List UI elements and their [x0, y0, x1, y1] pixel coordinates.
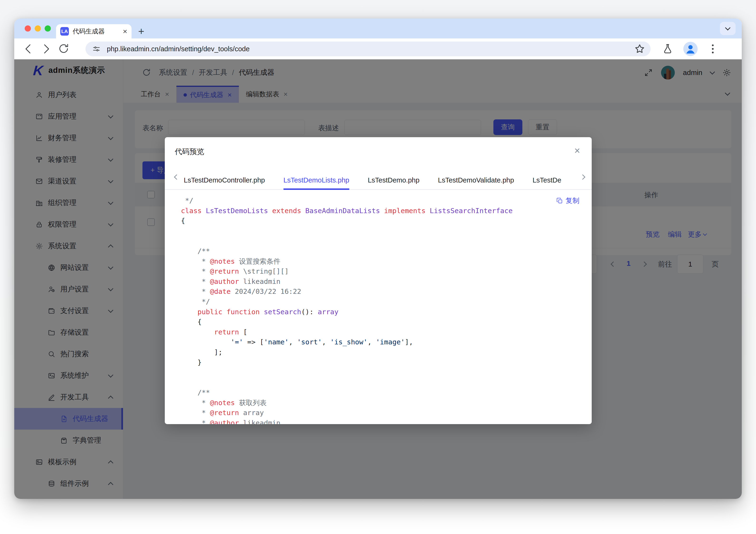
file-tab[interactable]: LsTestDemoLists.php: [284, 176, 349, 190]
site-favicon: LA: [60, 27, 69, 36]
code-line: public function setSearch(): array: [181, 307, 592, 317]
back-button[interactable]: [22, 43, 35, 55]
code-line: {: [181, 317, 592, 327]
app-viewport: K admin系统演示 用户列表应用管理财务管理装修管理渠道设置组织管理权限管理…: [14, 59, 742, 499]
code-line: }: [181, 358, 592, 368]
browser-toolbar: php.likeadmin.cn/admin/setting/dev_tools…: [14, 39, 742, 60]
code-line: class LsTestDemoLists extends BaseAdminD…: [181, 206, 592, 216]
code-line: * @notes 设置搜索条件: [181, 256, 592, 267]
code-line: * @return \string[][]: [181, 266, 592, 277]
code-line: * @author likeadmin: [181, 418, 592, 424]
forward-button[interactable]: [40, 43, 52, 55]
dialog-close-icon[interactable]: ×: [573, 146, 582, 155]
file-tab[interactable]: LsTestDe: [532, 176, 561, 190]
code-line: return [: [181, 327, 592, 337]
desktop: LA 代码生成器 × + php.likeadmin.cn/admin/sett…: [0, 0, 756, 534]
code-block: */class LsTestDemoLists extends BaseAdmi…: [165, 196, 592, 424]
window-minimize-button[interactable]: [35, 25, 41, 32]
browser-menu-button[interactable]: [707, 43, 719, 55]
code-line: */: [181, 196, 592, 206]
url-bar[interactable]: php.likeadmin.cn/admin/setting/dev_tools…: [86, 41, 651, 56]
code-line: /**: [181, 246, 592, 256]
code-line: [181, 378, 592, 388]
code-preview-dialog: 代码预览 × LsTestDemoController.phpLsTestDem…: [165, 137, 592, 424]
code-line: [181, 236, 592, 246]
extensions-flask-button[interactable]: [662, 43, 674, 55]
window-close-button[interactable]: [25, 25, 31, 32]
bookmark-star-button[interactable]: [634, 43, 646, 55]
code-line: [181, 367, 592, 378]
tabs-scroll-left-icon[interactable]: [174, 174, 179, 180]
code-line: '=' => ['name', 'sort', 'is_show', 'imag…: [181, 337, 592, 347]
code-line: * @notes 获取列表: [181, 398, 592, 408]
tab-search-button[interactable]: [720, 22, 736, 35]
tabs-scroll-right-icon[interactable]: [580, 174, 585, 180]
file-tab[interactable]: LsTestDemoController.php: [184, 176, 265, 190]
tab-close-icon[interactable]: ×: [123, 28, 127, 35]
code-line: * @date 2024/03/22 16:22: [181, 286, 592, 297]
chevron-down-icon: [725, 25, 731, 31]
code-line: ];: [181, 347, 592, 358]
code-line: */: [181, 297, 592, 307]
site-settings-icon[interactable]: [92, 44, 101, 54]
browser-window: LA 代码生成器 × + php.likeadmin.cn/admin/sett…: [14, 18, 742, 499]
code-line: {: [181, 216, 592, 226]
dialog-title: 代码预览: [175, 147, 204, 157]
file-tab[interactable]: LsTestDemo.php: [368, 176, 419, 190]
code-line: * @return array: [181, 408, 592, 418]
code-line: * @author likeadmin: [181, 277, 592, 287]
browser-tab-title: 代码生成器: [73, 27, 121, 36]
file-tab-bar: LsTestDemoController.phpLsTestDemoLists.…: [184, 168, 577, 190]
window-zoom-button[interactable]: [45, 25, 51, 32]
url-text: php.likeadmin.cn/admin/setting/dev_tools…: [107, 45, 250, 53]
browser-tab[interactable]: LA 代码生成器 ×: [56, 24, 131, 39]
file-tab[interactable]: LsTestDemoValidate.php: [438, 176, 514, 190]
new-tab-button[interactable]: +: [138, 24, 144, 39]
code-line: [181, 226, 592, 236]
code-line: /**: [181, 387, 592, 398]
reload-button[interactable]: [58, 43, 70, 55]
browser-profile-button[interactable]: [683, 42, 698, 56]
browser-tabstrip: LA 代码生成器 × +: [14, 18, 742, 39]
